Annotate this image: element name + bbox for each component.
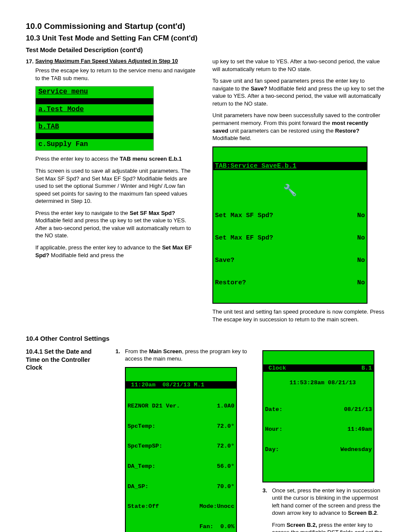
menu-title: Service menu [36,87,153,98]
subheading: Test Mode Detailed Description (cont'd) [26,46,385,55]
left-column: 17. Saving Maximum Fan Speed Values Adju… [26,58,199,327]
paragraph: up key to set the value to YES. After a … [212,58,385,73]
menu-divider [36,133,153,139]
list-number: 1. [115,348,122,532]
paragraph: Press the escape key to return to the se… [35,67,199,82]
paragraph: Press the enter key to access the TAB me… [35,155,199,163]
paragraph: This screen is used to save all adjustab… [35,167,199,205]
right-column: up key to set the value to YES. After a … [212,58,385,327]
paragraph: Once set, press the enter key in success… [272,487,385,517]
menu-divider [36,115,153,121]
step-title: Saving Maximum Fan Speed Values Adjusted… [35,58,199,65]
lower-right-column: ClockB.1 11:53:28am 08/21/13 Date:08/21/… [262,348,385,532]
lower-mid-column: 1. From the Main Screen, press the progr… [115,348,250,532]
paragraph: If applicable, press the enter key to ad… [35,244,199,259]
service-menu-lcd: Service menu a.Test Mode b.TAB c.Supply … [35,86,154,151]
clock-b1-lcd: ClockB.1 11:53:28am 08/21/13 Date:08/21/… [262,350,374,482]
menu-item-b: b.TAB [36,121,153,133]
paragraph: Unit parameters have now been successful… [212,112,385,142]
paragraph: From Screen B.2, press the enter key to … [272,521,385,532]
page-title-2: 10.3 Unit Test Mode and Setting Fan CFM … [26,34,385,44]
step-number: 17. [26,58,33,263]
list-number: 3. [262,487,269,532]
subsection-heading: 10.4.1 Set the Date and Time on the Cont… [26,348,103,372]
paragraph: The unit test and setting fan speed proc… [212,308,385,323]
menu-item-c: c.Supply Fan [36,139,153,151]
main-screen-lcd: 11:20am 08/21/13 M.1 REZNOR D21 Ver.1.0A… [125,367,237,532]
tab-service-save-lcd: TAB:Service SaveE.b.1 🔧 Set Max SF Spd?N… [212,146,367,304]
paragraph: To save unit and fan speed parameters pr… [212,77,385,107]
section-heading: 10.4 Other Control Settings [26,334,385,343]
paragraph: Press the enter key to navigate to the S… [35,209,199,240]
paragraph: From the Main Screen, press the program … [125,348,250,363]
menu-divider [36,98,153,104]
menu-item-a: a.Test Mode [36,104,153,116]
page-title-1: 10.0 Commissioning and Startup (cont'd) [26,21,385,32]
wrench-icon: 🔧 [215,185,365,196]
